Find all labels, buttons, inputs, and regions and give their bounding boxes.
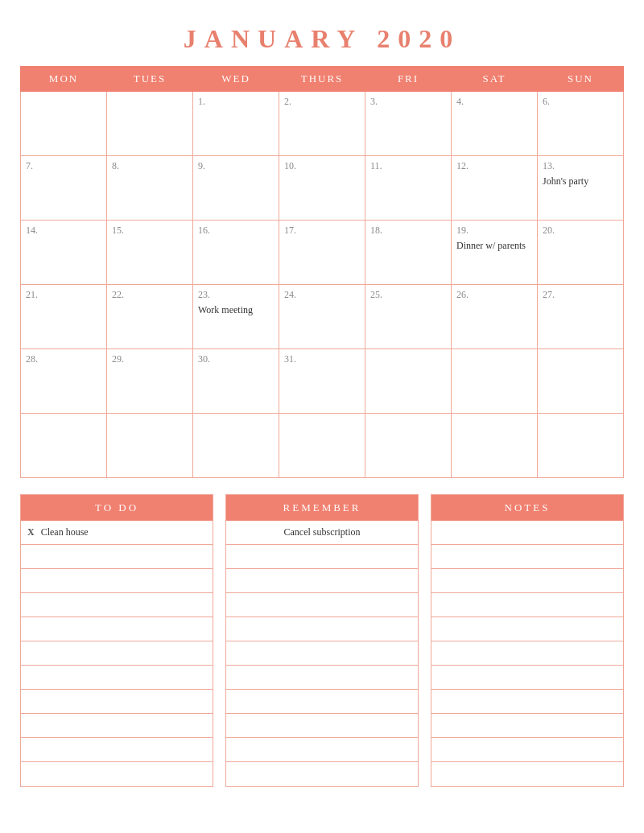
todo-check: X (27, 526, 35, 538)
day-number: 30. (198, 353, 274, 365)
calendar-day-cell: 7. (21, 156, 107, 221)
day-number: 26. (456, 289, 532, 301)
notes-item (431, 714, 623, 738)
notes-item (431, 762, 623, 786)
todo-item (21, 666, 213, 690)
day-number: 12. (456, 160, 532, 172)
day-number: 15. (112, 225, 188, 237)
calendar-week-row (21, 414, 624, 478)
notes-item (431, 569, 623, 593)
remember-item (226, 690, 418, 714)
todo-item (21, 593, 213, 617)
calendar-day-cell: 3. (365, 92, 452, 156)
day-event: Work meeting (198, 304, 274, 317)
notes-rows (431, 521, 623, 786)
day-number: 25. (370, 289, 446, 301)
calendar-day-cell: 21. (21, 285, 107, 349)
todo-item (21, 690, 213, 714)
calendar-day-cell (279, 414, 365, 478)
remember-item (226, 714, 418, 738)
todo-header: TO DO (21, 495, 213, 521)
calendar-day-cell: 4. (452, 92, 538, 156)
remember-item (226, 738, 418, 762)
calendar-day-cell: 29. (107, 349, 193, 414)
day-number: 10. (284, 160, 360, 172)
notes-item (431, 690, 623, 714)
calendar-day-cell: 12. (452, 156, 538, 221)
calendar-day-cell: 28. (21, 349, 107, 414)
day-number: 23. (198, 289, 274, 301)
day-number: 19. (456, 225, 532, 237)
calendar-day-cell: 14. (21, 221, 107, 285)
calendar-day-cell: 19.Dinner w/ parents (452, 221, 538, 285)
day-number: 2. (284, 96, 360, 108)
remember-item (226, 641, 418, 666)
remember-item (226, 666, 418, 690)
day-number: 18. (370, 225, 446, 237)
todo-item (21, 714, 213, 738)
calendar-day-cell: 9. (193, 156, 279, 221)
calendar-week-row: 14.15.16.17.18.19.Dinner w/ parents20. (21, 221, 624, 285)
day-number: 14. (26, 225, 101, 237)
remember-rows: Cancel subscription (226, 521, 418, 786)
calendar-day-cell: 1. (193, 92, 279, 156)
todo-item (21, 545, 213, 569)
day-number: 28. (26, 353, 101, 365)
calendar-day-cell: 18. (365, 221, 452, 285)
todo-rows: XClean house (21, 521, 213, 786)
remember-item: Cancel subscription (226, 521, 418, 545)
notes-item (431, 641, 623, 666)
remember-item (226, 545, 418, 569)
calendar-day-cell: 17. (279, 221, 365, 285)
todo-item (21, 762, 213, 786)
bottom-section: TO DO XClean house REMEMBER Cancel subsc… (20, 494, 624, 787)
calendar-day-header: SAT (452, 67, 538, 92)
calendar-day-cell: 24. (279, 285, 365, 349)
notes-item (431, 666, 623, 690)
page-title: JANUARY 2020 (20, 24, 624, 54)
calendar-day-cell (193, 414, 279, 478)
calendar-day-header: WED (193, 67, 279, 92)
day-number: 16. (198, 225, 274, 237)
notes-item (431, 545, 623, 569)
calendar-day-cell: 30. (193, 349, 279, 414)
day-event: Dinner w/ parents (456, 240, 532, 253)
calendar-day-cell: 25. (365, 285, 452, 349)
notes-item (431, 593, 623, 617)
calendar-day-cell (21, 92, 107, 156)
calendar-week-row: 1.2.3.4.6. (21, 92, 624, 156)
day-number: 9. (198, 160, 274, 172)
calendar-day-cell (365, 349, 452, 414)
calendar-day-cell: 31. (279, 349, 365, 414)
day-number: 7. (26, 160, 101, 172)
calendar-day-cell: 23.Work meeting (193, 285, 279, 349)
day-number: 17. (284, 225, 360, 237)
day-number: 27. (543, 289, 618, 301)
day-number: 13. (543, 160, 618, 172)
calendar-day-cell: 2. (279, 92, 365, 156)
todo-item (21, 617, 213, 641)
day-number: 29. (112, 353, 188, 365)
calendar-day-cell: 10. (279, 156, 365, 221)
calendar-week-row: 21.22.23.Work meeting24.25.26.27. (21, 285, 624, 349)
remember-item (226, 617, 418, 641)
calendar-day-cell: 8. (107, 156, 193, 221)
calendar-day-cell: 26. (452, 285, 538, 349)
calendar-day-cell (21, 414, 107, 478)
remember-item (226, 569, 418, 593)
calendar-day-cell (365, 414, 452, 478)
calendar-day-cell (538, 349, 624, 414)
day-number: 31. (284, 353, 360, 365)
todo-item (21, 738, 213, 762)
calendar-day-cell: 16. (193, 221, 279, 285)
notes-item (431, 617, 623, 641)
todo-item: XClean house (21, 521, 213, 545)
calendar-week-row: 28.29.30.31. (21, 349, 624, 414)
notes-item (431, 521, 623, 545)
calendar-day-cell: 6. (538, 92, 624, 156)
day-number: 21. (26, 289, 101, 301)
remember-header: REMEMBER (226, 495, 418, 521)
day-event: John's party (543, 175, 618, 188)
calendar-day-cell: 20. (538, 221, 624, 285)
notes-item (431, 738, 623, 762)
